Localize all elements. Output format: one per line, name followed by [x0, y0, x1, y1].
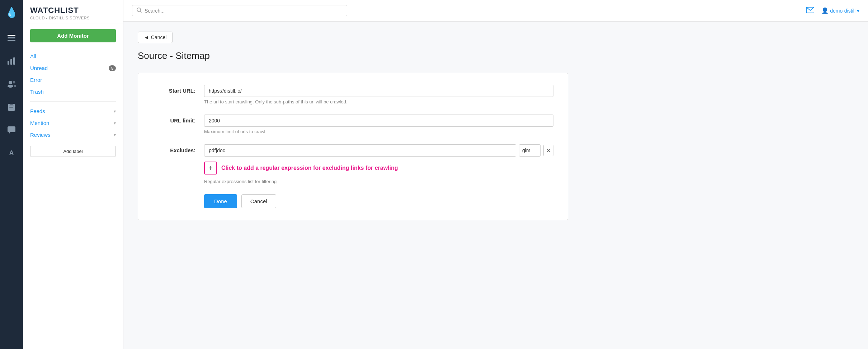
clipboard-nav-icon[interactable] [5, 101, 18, 113]
svg-rect-1 [8, 37, 15, 38]
translate-nav-icon[interactable]: A [5, 146, 18, 159]
url-limit-row: URL limit: Maximum limit of urls to craw… [152, 115, 553, 134]
excludes-flag-input[interactable] [519, 144, 541, 157]
svg-rect-14 [8, 126, 15, 132]
nav-links: All Unread 5 Error Trash Feeds ▾ Mention… [23, 48, 123, 143]
start-url-hint: The url to start crawling. Only the sub-… [204, 99, 553, 104]
nav-link-all[interactable]: All [30, 51, 116, 61]
svg-rect-13 [9, 107, 13, 108]
unread-badge: 5 [109, 65, 116, 71]
nav-link-trash[interactable]: Trash [30, 87, 116, 97]
excludes-hint: Regular expressions list for filtering [204, 179, 553, 184]
svg-rect-5 [13, 57, 15, 65]
search-input[interactable] [145, 8, 343, 14]
svg-marker-15 [9, 132, 10, 134]
url-limit-input[interactable] [204, 115, 553, 127]
nav-link-feeds[interactable]: Feeds ▾ [30, 106, 116, 116]
mail-icon[interactable] [806, 6, 814, 15]
chart-nav-icon[interactable] [5, 55, 18, 68]
nav-link-reviews-label: Reviews [30, 132, 51, 138]
excludes-row: Excludes: ✕ + Click to add a regular exp… [152, 144, 553, 184]
app-subtitle: CLOUD - DISTILL'S SERVERS [30, 16, 116, 20]
nav-link-error[interactable]: Error [30, 75, 116, 85]
reviews-arrow-icon: ▾ [114, 132, 116, 138]
done-button[interactable]: Done [204, 194, 237, 208]
cancel-top-label: Cancel [151, 34, 167, 40]
add-exclude-button[interactable]: + [204, 162, 217, 174]
add-exclude-hint: Click to add a regular expression for ex… [221, 165, 398, 171]
nav-link-unread[interactable]: Unread 5 [30, 63, 116, 73]
svg-point-6 [9, 81, 12, 84]
sidebar-icons-panel: 💧 A [0, 0, 23, 349]
feeds-arrow-icon: ▾ [114, 109, 116, 114]
svg-rect-12 [9, 106, 14, 106]
nav-panel: WATCHLIST CLOUD - DISTILL'S SERVERS Add … [23, 0, 123, 349]
excludes-pattern-input[interactable] [204, 144, 516, 157]
user-icon: 👤 [821, 7, 829, 14]
nav-link-trash-label: Trash [30, 89, 44, 95]
nav-link-all-label: All [30, 53, 36, 59]
people-nav-icon[interactable] [5, 78, 18, 90]
app-logo-icon[interactable]: 💧 [5, 6, 18, 19]
svg-rect-11 [10, 103, 13, 104]
add-label-button[interactable]: Add label [30, 146, 116, 157]
form-actions: Done Cancel [152, 194, 553, 208]
nav-link-error-label: Error [30, 77, 42, 83]
nav-link-reviews[interactable]: Reviews ▾ [30, 130, 116, 140]
url-limit-hint: Maximum limit of urls to crawl [204, 129, 553, 134]
svg-rect-3 [8, 61, 9, 65]
cancel-top-icon: ◄ [144, 34, 149, 40]
nav-header: WATCHLIST CLOUD - DISTILL'S SERVERS [23, 0, 123, 23]
svg-line-17 [140, 11, 141, 12]
svg-rect-2 [8, 40, 15, 41]
nav-link-mention-label: Mention [30, 120, 49, 126]
svg-point-9 [14, 85, 16, 87]
top-bar-right: 👤 demo-distill ▾ [806, 6, 859, 15]
url-limit-label: URL limit: [152, 115, 195, 124]
nav-divider-1 [30, 101, 116, 102]
nav-link-unread-label: Unread [30, 65, 48, 71]
user-label: demo-distill [830, 8, 855, 14]
cancel-top-button[interactable]: ◄ Cancel [138, 32, 173, 43]
excludes-input-group: ✕ [204, 144, 553, 157]
page-title: Source - Sitemap [138, 50, 854, 61]
start-url-row: Start URL: The url to start crawling. On… [152, 85, 553, 104]
excludes-label: Excludes: [152, 144, 195, 153]
start-url-label: Start URL: [152, 85, 195, 94]
url-limit-field: Maximum limit of urls to crawl [204, 115, 553, 134]
start-url-field: The url to start crawling. Only the sub-… [204, 85, 553, 104]
nav-link-mention[interactable]: Mention ▾ [30, 118, 116, 128]
svg-rect-4 [10, 59, 12, 65]
svg-rect-0 [8, 35, 15, 36]
mention-arrow-icon: ▾ [114, 121, 116, 126]
list-nav-icon[interactable] [5, 32, 18, 45]
app-title: WATCHLIST [30, 6, 116, 15]
add-monitor-button[interactable]: Add Monitor [30, 29, 116, 42]
svg-point-7 [8, 85, 13, 88]
start-url-input[interactable] [204, 85, 553, 97]
main-area: 👤 demo-distill ▾ ◄ Cancel Source - Sitem… [123, 0, 868, 349]
chat-nav-icon[interactable] [5, 124, 18, 136]
remove-exclude-button[interactable]: ✕ [543, 145, 553, 156]
user-dropdown-icon: ▾ [857, 8, 859, 14]
form-card: Start URL: The url to start crawling. On… [138, 73, 568, 220]
cancel-bottom-button[interactable]: Cancel [241, 194, 276, 208]
user-menu-button[interactable]: 👤 demo-distill ▾ [821, 7, 859, 14]
svg-point-8 [13, 81, 15, 84]
nav-link-feeds-label: Feeds [30, 108, 45, 114]
excludes-field: ✕ + Click to add a regular expression fo… [204, 144, 553, 184]
excludes-add-row: + Click to add a regular expression for … [204, 162, 553, 174]
search-wrapper [132, 5, 347, 16]
top-bar: 👤 demo-distill ▾ [123, 0, 868, 22]
content-area: ◄ Cancel Source - Sitemap Start URL: The… [123, 22, 868, 349]
search-icon [137, 8, 142, 14]
